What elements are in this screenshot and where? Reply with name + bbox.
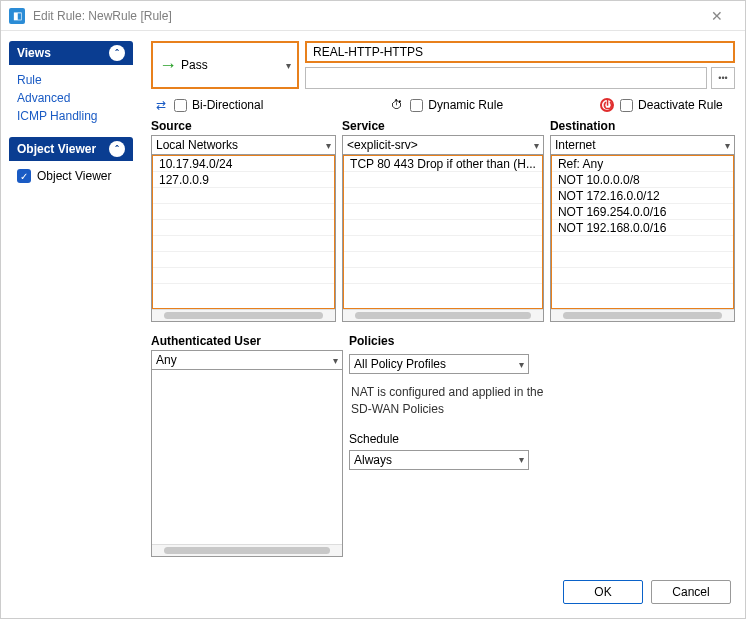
object-viewer-label: Object Viewer: [37, 169, 111, 183]
description-more-button[interactable]: •••: [711, 67, 735, 89]
h-scrollbar[interactable]: [152, 544, 342, 556]
object-viewer-header-label: Object Viewer: [17, 142, 96, 156]
auth-user-value: Any: [156, 353, 177, 367]
rule-name-field[interactable]: REAL-HTTP-HTTPS: [305, 41, 735, 63]
deactivate-toggle[interactable]: ⏻ Deactivate Rule: [599, 97, 723, 113]
destination-selector-value: Internet: [555, 138, 596, 152]
main-panel: → Pass ▾ REAL-HTTP-HTTPS ••• ⇄ Bi-Direct…: [141, 31, 745, 618]
window-title: Edit Rule: NewRule [Rule]: [33, 9, 697, 23]
close-button[interactable]: ✕: [697, 2, 737, 30]
list-item[interactable]: TCP 80 443 Drop if other than (H...: [344, 156, 542, 172]
dynamic-checkbox[interactable]: [410, 99, 423, 112]
chevron-down-icon: ▾: [286, 60, 291, 71]
action-label: Pass: [181, 58, 282, 72]
bidirectional-toggle[interactable]: ⇄ Bi-Directional: [153, 97, 263, 113]
object-viewer-toggle[interactable]: ✓ Object Viewer: [13, 167, 129, 185]
source-list[interactable]: 10.17.94.0/24 127.0.0.9: [151, 154, 336, 322]
service-selector[interactable]: <explicit-srv> ▾: [342, 135, 544, 155]
list-item[interactable]: NOT 172.16.0.0/12: [552, 188, 733, 204]
service-list[interactable]: TCP 80 443 Drop if other than (H...: [342, 154, 544, 322]
nat-note: NAT is configured and applied in the SD-…: [349, 378, 569, 426]
h-scrollbar[interactable]: [551, 309, 734, 321]
chevron-down-icon: ▾: [326, 140, 331, 151]
chevron-down-icon: ▾: [725, 140, 730, 151]
destination-list[interactable]: Ref: Any NOT 10.0.0.0/8 NOT 172.16.0.0/1…: [550, 154, 735, 322]
source-selector[interactable]: Local Networks ▾: [151, 135, 336, 155]
list-item[interactable]: 127.0.0.9: [153, 172, 334, 188]
action-selector[interactable]: → Pass ▾: [151, 41, 299, 89]
chevron-down-icon: ▾: [519, 454, 524, 465]
sidebar: Views ˆ Rule Advanced ICMP Handling Obje…: [1, 31, 141, 618]
titlebar: ◧ Edit Rule: NewRule [Rule] ✕: [1, 1, 745, 31]
ok-button[interactable]: OK: [563, 580, 643, 604]
views-header-label: Views: [17, 46, 51, 60]
list-item[interactable]: NOT 10.0.0.0/8: [552, 172, 733, 188]
source-title: Source: [151, 119, 336, 135]
swap-icon: ⇄: [153, 97, 169, 113]
policies-title: Policies: [349, 334, 735, 350]
auth-user-column: Authenticated User Any ▾: [151, 334, 343, 557]
service-title: Service: [342, 119, 544, 135]
policy-profile-value: All Policy Profiles: [354, 357, 446, 371]
power-icon: ⏻: [599, 97, 615, 113]
object-viewer-header[interactable]: Object Viewer ˆ: [9, 137, 133, 161]
policy-profile-selector[interactable]: All Policy Profiles ▾: [349, 354, 529, 374]
service-selector-value: <explicit-srv>: [347, 138, 418, 152]
source-selector-value: Local Networks: [156, 138, 238, 152]
stopwatch-icon: ⏱: [389, 97, 405, 113]
destination-title: Destination: [550, 119, 735, 135]
pass-arrow-icon: →: [159, 56, 177, 74]
app-icon: ◧: [9, 8, 25, 24]
chevron-up-icon: ˆ: [109, 45, 125, 61]
deactivate-checkbox[interactable]: [620, 99, 633, 112]
chevron-down-icon: ▾: [534, 140, 539, 151]
destination-selector[interactable]: Internet ▾: [550, 135, 735, 155]
check-icon: ✓: [17, 169, 31, 183]
views-link-rule[interactable]: Rule: [17, 71, 125, 89]
views-panel-header[interactable]: Views ˆ: [9, 41, 133, 65]
h-scrollbar[interactable]: [343, 309, 543, 321]
views-links: Rule Advanced ICMP Handling: [9, 65, 133, 137]
cancel-button[interactable]: Cancel: [651, 580, 731, 604]
policies-column: Policies All Policy Profiles ▾ NAT is co…: [349, 334, 735, 557]
chevron-up-icon: ˆ: [109, 141, 125, 157]
dynamic-label: Dynamic Rule: [428, 98, 503, 112]
list-item[interactable]: NOT 169.254.0.0/16: [552, 204, 733, 220]
bidirectional-checkbox[interactable]: [174, 99, 187, 112]
destination-column: Destination Internet ▾ Ref: Any NOT 10.0…: [550, 119, 735, 322]
list-item[interactable]: 10.17.94.0/24: [153, 156, 334, 172]
chevron-down-icon: ▾: [333, 355, 338, 366]
list-item[interactable]: Ref: Any: [552, 156, 733, 172]
rule-description-field[interactable]: [305, 67, 707, 89]
views-link-icmp[interactable]: ICMP Handling: [17, 107, 125, 125]
schedule-value: Always: [354, 453, 392, 467]
h-scrollbar[interactable]: [152, 309, 335, 321]
schedule-selector[interactable]: Always ▾: [349, 450, 529, 470]
auth-user-title: Authenticated User: [151, 334, 343, 350]
dialog-buttons: OK Cancel: [151, 572, 735, 612]
views-link-advanced[interactable]: Advanced: [17, 89, 125, 107]
auth-user-selector[interactable]: Any ▾: [151, 350, 343, 370]
bidirectional-label: Bi-Directional: [192, 98, 263, 112]
deactivate-label: Deactivate Rule: [638, 98, 723, 112]
source-column: Source Local Networks ▾ 10.17.94.0/24 12…: [151, 119, 336, 322]
rule-name-text: REAL-HTTP-HTTPS: [313, 45, 423, 59]
dynamic-toggle[interactable]: ⏱ Dynamic Rule: [389, 97, 503, 113]
schedule-label: Schedule: [349, 430, 735, 446]
auth-user-list[interactable]: [151, 369, 343, 557]
chevron-down-icon: ▾: [519, 359, 524, 370]
service-column: Service <explicit-srv> ▾ TCP 80 443 Drop…: [342, 119, 544, 322]
list-item[interactable]: NOT 192.168.0.0/16: [552, 220, 733, 236]
